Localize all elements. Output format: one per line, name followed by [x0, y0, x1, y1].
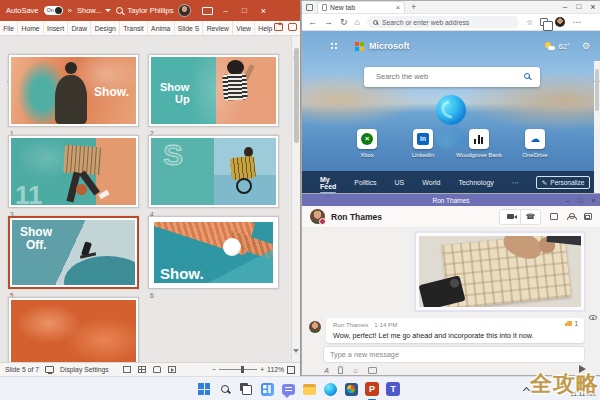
feed-tab-us[interactable]: US	[395, 179, 405, 186]
back-icon[interactable]: ←	[308, 17, 317, 27]
format-icon[interactable]: A	[324, 367, 329, 374]
maximize-button[interactable]: □	[237, 6, 251, 15]
app-launcher-icon[interactable]	[330, 42, 339, 51]
contact-avatar[interactable]	[310, 209, 325, 224]
refresh-icon[interactable]: ↻	[340, 17, 348, 27]
tray-chevron-icon[interactable]	[523, 387, 530, 394]
quick-link-linkedin[interactable]: in LinkedIn	[413, 129, 433, 149]
quick-access-overflow-icon[interactable]: »	[68, 6, 72, 15]
home-icon[interactable]: ⌂	[355, 17, 360, 27]
personalize-button[interactable]: ✎ Personalize	[536, 176, 590, 189]
photos-icon[interactable]	[343, 381, 359, 397]
attach-icon[interactable]	[338, 366, 343, 374]
audio-call-button[interactable]: ☎	[520, 210, 540, 224]
search-submit-icon[interactable]	[524, 73, 530, 79]
scrollbar-thumb[interactable]	[294, 48, 299, 143]
minimize-button[interactable]: –	[558, 2, 572, 12]
add-people-icon[interactable]	[567, 213, 575, 220]
normal-view-icon[interactable]	[123, 366, 131, 373]
autosave-toggle[interactable]: On	[44, 6, 63, 15]
pop-out-icon[interactable]	[584, 213, 592, 220]
collections-icon[interactable]	[540, 18, 548, 26]
slide-thumbnail-6[interactable]: Show.	[148, 216, 279, 289]
tab-review[interactable]: Review	[203, 21, 233, 36]
sent-image-message[interactable]	[414, 231, 586, 312]
close-button[interactable]: ×	[587, 197, 600, 204]
zoom-in-button[interactable]: +	[260, 366, 264, 373]
maximize-button[interactable]: □	[572, 2, 586, 12]
share-icon[interactable]	[274, 23, 283, 31]
tab-view[interactable]: View	[233, 21, 255, 36]
slide-thumbnail-2[interactable]: Show Up	[148, 54, 279, 127]
quick-link-xbox[interactable]: × Xbox	[357, 129, 377, 149]
forward-icon[interactable]: →	[324, 17, 333, 27]
feed-more-icon[interactable]: ⋯	[512, 179, 520, 187]
tab-animations[interactable]: Anima	[148, 21, 175, 36]
tab-slide-show[interactable]: Slide S	[175, 21, 204, 36]
slide-panel-scrollbar[interactable]	[291, 36, 300, 362]
slide-thumbnail-3[interactable]: 11	[8, 135, 139, 208]
tab-draw[interactable]: Draw	[68, 21, 91, 36]
ribbon-display-options-icon[interactable]	[202, 7, 213, 15]
feed-tab-world[interactable]: World	[422, 179, 440, 186]
scroll-up-icon[interactable]	[293, 37, 300, 45]
message-input[interactable]: Type a new message	[323, 346, 585, 363]
close-button[interactable]: ×	[256, 6, 270, 16]
address-bar[interactable]: Search or enter web address	[367, 16, 519, 28]
close-button[interactable]: ×	[586, 2, 600, 12]
task-view-icon[interactable]	[238, 381, 254, 397]
slide-thumbnail-5-selected[interactable]: Show Off.	[8, 216, 139, 289]
feed-tab-politics[interactable]: Politics	[354, 179, 376, 186]
giphy-icon[interactable]	[368, 367, 377, 374]
scrollbar-thumb[interactable]	[595, 69, 599, 111]
maximize-button[interactable]: □	[574, 197, 587, 204]
reading-view-icon[interactable]	[153, 366, 161, 373]
comments-icon[interactable]	[288, 23, 297, 31]
tab-transitions[interactable]: Transit	[120, 21, 148, 36]
new-tab-button[interactable]: +	[411, 2, 416, 12]
fit-to-window-icon[interactable]	[287, 366, 295, 374]
slide-thumbnail-4[interactable]: S	[148, 135, 279, 208]
zoom-slider-knob[interactable]	[241, 366, 244, 373]
feed-tab-technology[interactable]: Technology	[458, 179, 493, 186]
chat-message[interactable]: Ron Thames 1:14 PM 1 Wow, perfect! Let m…	[326, 318, 584, 343]
slide-thumbnail-1[interactable]: Show.	[8, 54, 139, 127]
quick-link-woodgrove-bank[interactable]: Woodgrove Bank	[469, 129, 489, 149]
display-settings-label[interactable]: Display Settings	[60, 366, 109, 373]
zoom-slider[interactable]	[219, 369, 257, 370]
file-explorer-icon[interactable]	[301, 381, 317, 397]
tab-home[interactable]: Home	[18, 21, 44, 36]
slide-sorter-icon[interactable]	[138, 366, 146, 373]
profile-avatar[interactable]	[555, 17, 565, 27]
user-avatar[interactable]	[178, 4, 191, 17]
powerpoint-taskbar-icon[interactable]: P	[364, 381, 380, 397]
filename-menu[interactable]: Show...	[77, 6, 111, 15]
widgets-icon[interactable]	[259, 381, 275, 397]
weather-widget[interactable]: 62°	[545, 42, 570, 51]
quick-link-onedrive[interactable]: ☁ OneDrive	[525, 129, 545, 149]
page-scrollbar[interactable]	[594, 61, 600, 194]
message-sender-avatar[interactable]	[309, 321, 321, 333]
minimize-button[interactable]: –	[561, 197, 574, 204]
display-settings-icon[interactable]	[45, 366, 54, 373]
tab-design[interactable]: Design	[91, 21, 120, 36]
slide-thumbnail-7[interactable]	[8, 297, 139, 362]
screen-share-icon[interactable]	[550, 213, 558, 220]
settings-more-icon[interactable]: ⋯	[572, 17, 581, 27]
search-icon[interactable]	[116, 7, 123, 14]
slideshow-icon[interactable]	[168, 366, 176, 373]
favorites-icon[interactable]: ☆	[526, 18, 533, 27]
tab-file[interactable]: File	[0, 21, 18, 36]
feed-tab-my-feed[interactable]: My Feed	[320, 176, 336, 190]
chat-icon[interactable]	[280, 381, 296, 397]
microsoft-logo[interactable]	[355, 42, 364, 51]
tab-actions-icon[interactable]	[306, 4, 313, 11]
taskbar-search-icon[interactable]	[217, 381, 233, 397]
teams-taskbar-icon[interactable]: T	[385, 381, 401, 397]
web-search-box[interactable]: Search the web	[364, 67, 540, 87]
microsoft-brand[interactable]: Microsoft	[369, 41, 410, 51]
minimize-button[interactable]: –	[218, 6, 232, 15]
reaction-badge[interactable]: 1	[567, 320, 578, 327]
start-button[interactable]	[196, 381, 212, 397]
browser-tab-new-tab[interactable]: New tab ×	[317, 1, 405, 13]
